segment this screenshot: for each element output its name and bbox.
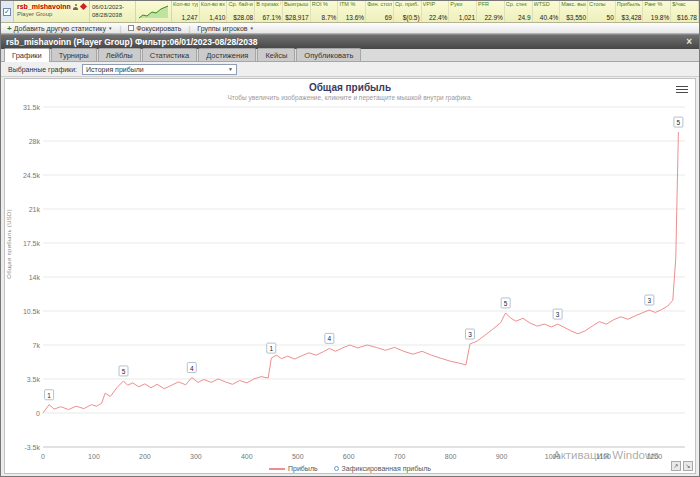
profit-sparkline-icon <box>138 5 170 19</box>
svg-text:400: 400 <box>241 453 253 460</box>
player-name: rsb_mishavoinn <box>17 3 71 10</box>
svg-text:800: 800 <box>445 453 457 460</box>
stat-cell: Прибыль$3,428 <box>616 1 644 22</box>
svg-text:3: 3 <box>468 331 472 338</box>
stat-cell: Фин. столы69 <box>366 1 394 22</box>
legend-item[interactable]: Прибыль <box>269 465 318 472</box>
svg-text:5: 5 <box>677 119 681 126</box>
stat-cell: ROI %8.7% <box>311 1 339 22</box>
svg-text:4: 4 <box>190 365 194 372</box>
note-badge-icon <box>80 3 87 10</box>
player-stats-bar: ✓ rsb_mishavoinn Player Group 06/01/2023… <box>1 1 699 23</box>
stat-cell: Кол-во тур.1,247 <box>172 1 200 22</box>
graph-select[interactable]: История прибыли ▼ <box>82 64 237 75</box>
svg-text:0: 0 <box>36 410 40 417</box>
chevron-down-icon: ▼ <box>228 66 233 72</box>
svg-text:31.5k: 31.5k <box>23 104 41 111</box>
legend-item[interactable]: Зафиксированная прибыль <box>334 465 431 472</box>
chevron-down-icon: ▼ <box>108 26 112 31</box>
corner-buttons: ↗ ↘ <box>671 461 693 471</box>
chart-title: Общая прибыль <box>5 82 695 93</box>
player-row-checkbox[interactable]: ✓ <box>3 8 11 16</box>
svg-text:700: 700 <box>394 453 406 460</box>
svg-text:24.5k: 24.5k <box>23 172 41 179</box>
tab-Опубликовать[interactable]: Опубликовать <box>296 48 361 61</box>
focus-label: Фокусировать <box>136 25 181 32</box>
player-icon <box>73 4 79 10</box>
profit-chart[interactable]: 31.5k28k24.5k21k17.5k14k10.5k7k3.5k0-3.5… <box>7 101 695 471</box>
svg-text:1000: 1000 <box>545 453 561 460</box>
svg-text:1: 1 <box>269 345 273 352</box>
stat-cell: PFR22.9% <box>477 1 505 22</box>
date-range-cell: 06/01/2023- 08/28/2038 <box>90 1 136 22</box>
popout-icon[interactable]: ↗ <box>671 461 681 471</box>
profit-sparkline-cell <box>136 1 172 22</box>
player-cell[interactable]: rsb_mishavoinn Player Group <box>14 1 90 22</box>
svg-text:1200: 1200 <box>647 453 663 460</box>
svg-text:-3.5k: -3.5k <box>24 444 40 451</box>
stat-cell: $/час$16.78 <box>671 1 699 22</box>
resize-icon[interactable]: ↘ <box>683 461 693 471</box>
stat-cell: Ср. приб.$(0.5) <box>394 1 422 22</box>
plus-icon: + <box>7 24 12 33</box>
svg-text:5: 5 <box>122 368 126 375</box>
svg-text:17.5k: 17.5k <box>23 240 41 247</box>
tab-Графики[interactable]: Графики <box>4 48 50 62</box>
player-groups-button[interactable]: Группы игроков ▼ <box>197 25 254 32</box>
svg-text:3.5k: 3.5k <box>27 376 41 383</box>
legend-label: Прибыль <box>288 465 318 472</box>
focus-checkbox[interactable] <box>128 25 134 31</box>
stat-cell: Макс. выигр.$3,550 <box>560 1 588 22</box>
svg-text:100: 100 <box>88 453 100 460</box>
chevron-down-icon: ▼ <box>250 26 254 31</box>
svg-text:14k: 14k <box>29 274 41 281</box>
stat-cell: VPIP22.4% <box>422 1 450 22</box>
graph-select-label: Выбранные графики: <box>8 66 77 73</box>
svg-text:3: 3 <box>556 311 560 318</box>
player-row-checkbox-cell: ✓ <box>1 1 14 22</box>
legend-line-swatch <box>269 468 285 470</box>
chart-area: Общая прибыль Чтобы увеличить изображени… <box>4 78 696 474</box>
stat-cell: Ср. стек24.9 <box>505 1 533 22</box>
svg-text:900: 900 <box>496 453 508 460</box>
add-stat-label: Добавить другую статистику <box>14 25 106 32</box>
date-range-line1: 06/01/2023- <box>92 3 134 11</box>
stat-cell: Выигрыш$28,917 <box>283 1 311 22</box>
stat-cell: WTSD40.4% <box>533 1 561 22</box>
panel-title: rsb_mishavoinn (Player Group) Фильтр:06/… <box>6 37 257 47</box>
player-group-label: Player Group <box>17 11 87 17</box>
stat-cell: Кол-во вх.1,410 <box>200 1 228 22</box>
svg-text:300: 300 <box>190 453 202 460</box>
close-icon[interactable]: × <box>684 37 694 47</box>
stats-row: Кол-во тур.1,247Кол-во вх.1,410Ср. бай-и… <box>172 1 699 22</box>
legend-label: Зафиксированная прибыль <box>342 465 431 472</box>
date-range-line2: 08/28/2038 <box>92 11 134 19</box>
tab-Достижения[interactable]: Достижения <box>198 48 256 61</box>
svg-text:500: 500 <box>292 453 304 460</box>
player-groups-label: Группы игроков <box>197 25 247 32</box>
toolbar-separator: | <box>188 25 190 32</box>
graph-select-row: Выбранные графики: История прибыли ▼ <box>1 62 699 77</box>
report-toolbar: + Добавить другую статистику ▼ | Фокусир… <box>1 23 699 34</box>
chart-legend: ПрибыльЗафиксированная прибыль <box>5 465 695 472</box>
stat-cell: Ранг %19.8% <box>643 1 671 22</box>
tabs-bar: ГрафикиТурнирыЛейблыСтатистикаДостижения… <box>1 49 699 62</box>
svg-text:600: 600 <box>343 453 355 460</box>
add-stat-button[interactable]: + Добавить другую статистику ▼ <box>7 24 112 33</box>
stat-cell: Столы50 <box>588 1 616 22</box>
focus-toggle[interactable]: Фокусировать <box>128 25 181 32</box>
app-window: ✓ rsb_mishavoinn Player Group 06/01/2023… <box>0 0 700 477</box>
tab-Лейблы[interactable]: Лейблы <box>98 48 141 61</box>
svg-text:0: 0 <box>41 453 45 460</box>
svg-text:3: 3 <box>648 297 652 304</box>
svg-text:10.5k: 10.5k <box>23 308 41 315</box>
stat-cell: Руки1,021 <box>449 1 477 22</box>
legend-circle-swatch <box>334 466 339 471</box>
tab-Турниры[interactable]: Турниры <box>51 48 97 61</box>
panel-title-bar: rsb_mishavoinn (Player Group) Фильтр:06/… <box>1 35 699 49</box>
graph-select-value: История прибыли <box>86 66 144 73</box>
chart-menu-icon[interactable] <box>676 84 688 95</box>
tab-Статистика[interactable]: Статистика <box>142 48 197 61</box>
tab-Кейсы[interactable]: Кейсы <box>257 48 295 61</box>
stat-cell: ITM %13.6% <box>338 1 366 22</box>
